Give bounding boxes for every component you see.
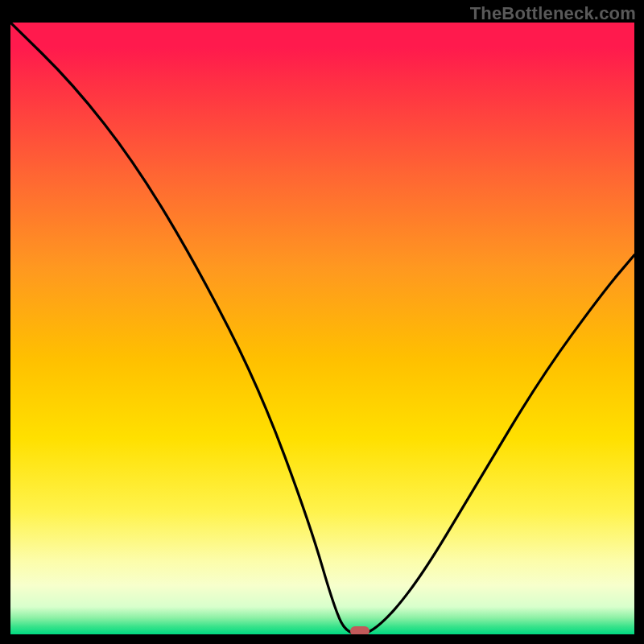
watermark-text: TheBottleneck.com (470, 3, 636, 24)
plot-area (10, 23, 634, 634)
bottleneck-curve (10, 23, 634, 634)
optimum-marker (350, 626, 369, 634)
chart-frame: TheBottleneck.com (0, 0, 644, 644)
